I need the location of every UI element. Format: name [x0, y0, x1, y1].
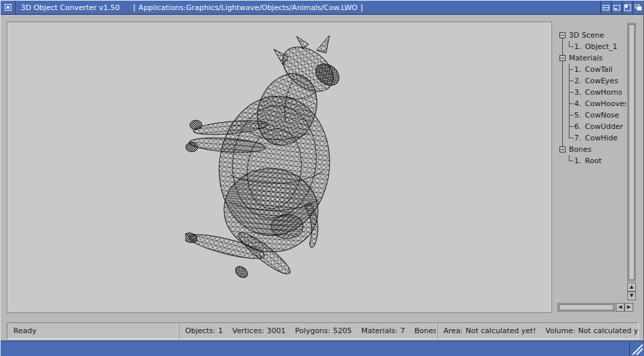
horizontal-scrollbar-thumb[interactable]	[559, 304, 614, 310]
tree-item-coweyes[interactable]: 2. CowEyes	[557, 75, 626, 87]
viewport-3d[interactable]	[7, 21, 552, 313]
tree-item-cowtail[interactable]: 1. CowTail	[557, 64, 626, 75]
right-arrow-icon: ▶	[627, 304, 631, 310]
status-bar: Ready Objects: 1 Vertices: 3001 Polygons…	[1, 321, 644, 341]
scene-tree-panel: 3D Scene 1. Object_1 Materials 1. CowTai…	[557, 21, 638, 313]
status-ready-cell: Ready	[7, 322, 178, 339]
scroll-up-button[interactable]: ▲	[627, 283, 636, 292]
left-arrow-icon: ◀	[619, 304, 622, 310]
tree-connector	[566, 155, 574, 167]
tree-group-3d-scene[interactable]: 3D Scene	[557, 30, 626, 41]
titlebar[interactable]: 3D Object Converter v1.50 [ Applications…	[1, 1, 643, 15]
tree-item-object-1[interactable]: 1. Object_1	[557, 41, 626, 52]
stat-materials: Materials: 7	[362, 326, 405, 335]
tree-expand-icon[interactable]	[559, 146, 566, 152]
stat-volume: Volume: Not calculated yet!	[545, 326, 639, 335]
tree-connector	[566, 98, 574, 109]
stat-area: Area: Not calculated yet!	[443, 326, 536, 335]
titlebar-gadgets	[600, 1, 643, 14]
tree-item-cowudder[interactable]: 6. CowUdder	[557, 121, 626, 132]
scroll-left-button[interactable]: ◀	[616, 303, 625, 312]
depth-gadget[interactable]	[633, 1, 643, 14]
tree-group-bones[interactable]: Bones	[557, 144, 626, 155]
tree-connector	[566, 109, 574, 121]
status-ready-text: Ready	[13, 326, 36, 335]
iconify-gadget[interactable]	[611, 1, 622, 14]
resize-gadget[interactable]	[629, 342, 644, 356]
tree-item-cowhide[interactable]: 7. CowHide	[557, 132, 626, 144]
vertical-scrollbar-thumb[interactable]	[629, 24, 635, 280]
tree-connector	[566, 121, 574, 132]
snapshot-gadget[interactable]	[600, 1, 611, 14]
wireframe-cow-model	[185, 34, 353, 300]
window-bottom-border	[1, 341, 644, 356]
vertical-scrollbar[interactable]	[627, 23, 636, 281]
up-arrow-icon: ▲	[630, 284, 633, 290]
app-window: 3D Object Converter v1.50 [ Applications…	[0, 0, 644, 356]
tree-connector	[566, 64, 574, 75]
zoom-icon	[624, 4, 631, 11]
resize-icon	[630, 342, 644, 356]
status-stats-cell: Objects: 1 Vertices: 3001 Polygons: 5205…	[178, 322, 437, 339]
horizontal-scrollbar[interactable]	[557, 303, 615, 312]
stat-polygons: Polygons: 5205	[295, 326, 352, 335]
depth-icon	[635, 4, 642, 11]
file-path: [ Applications:Graphics/Lightwave/Object…	[133, 3, 363, 12]
tree-item-cowhorns[interactable]: 3. CowHorns	[557, 87, 626, 98]
scroll-right-button[interactable]: ▶	[625, 303, 633, 312]
zoom-gadget[interactable]	[622, 1, 633, 14]
scene-tree: 3D Scene 1. Object_1 Materials 1. CowTai…	[557, 30, 626, 171]
stat-bones: Bones: 1	[415, 326, 437, 335]
down-arrow-icon: ▼	[630, 293, 633, 298]
tree-connector	[566, 41, 574, 52]
close-icon	[5, 4, 11, 11]
tree-item-cownose[interactable]: 5. CowNose	[557, 109, 626, 121]
tree-expand-icon[interactable]	[559, 32, 566, 38]
tree-expand-icon[interactable]	[559, 55, 566, 61]
tree-item-cowhooves[interactable]: 4. CowHooves	[557, 98, 626, 109]
scroll-down-button[interactable]: ▼	[627, 292, 636, 300]
window-title-area: 3D Object Converter v1.50 [ Applications…	[15, 1, 600, 14]
close-gadget[interactable]	[1, 1, 15, 14]
tree-connector	[566, 87, 574, 98]
tree-item-root[interactable]: 1. Root	[557, 155, 626, 167]
status-calc-cell: Area: Not calculated yet! Volume: Not ca…	[437, 322, 639, 339]
tree-connector	[566, 75, 574, 87]
iconify-icon	[613, 4, 621, 11]
tree-connector	[566, 132, 574, 144]
stat-objects: Objects: 1	[185, 326, 223, 335]
tree-group-materials[interactable]: Materials	[557, 52, 626, 64]
snapshot-icon	[602, 4, 610, 11]
app-title: 3D Object Converter v1.50	[21, 3, 120, 12]
stat-vertices: Vertices: 3001	[232, 326, 286, 335]
